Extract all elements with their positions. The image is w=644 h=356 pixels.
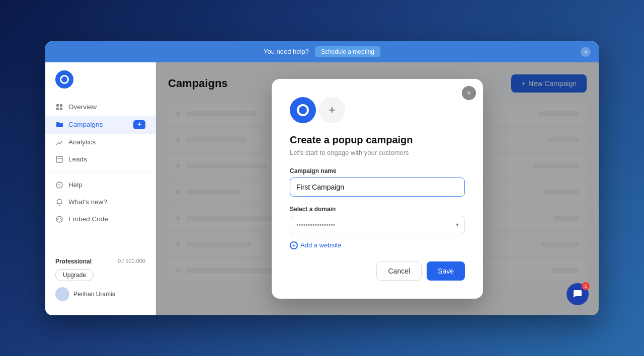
sidebar-label-campaigns: Campaigns <box>68 121 103 128</box>
box-icon <box>55 155 63 163</box>
sidebar-label-help: Help <box>68 181 83 189</box>
chat-bubble[interactable]: 1 <box>567 283 589 305</box>
save-button[interactable]: Save <box>427 261 465 281</box>
plan-info: Professional 0 / 500.000 <box>55 258 145 265</box>
plan-usage: 0 / 500.000 <box>118 258 145 265</box>
sidebar-item-whats-new[interactable]: What's new? <box>45 194 155 211</box>
svg-rect-3 <box>60 108 62 110</box>
sidebar-item-leads[interactable]: Leads <box>45 151 155 168</box>
upgrade-button[interactable]: Upgrade <box>55 269 94 281</box>
sidebar-label-whats-new: What's new? <box>68 198 107 206</box>
sidebar: Overview Campaigns <box>45 62 156 315</box>
sidebar-label-analytics: Analytics <box>68 138 96 146</box>
campaign-name-label: Campaign name <box>290 167 465 174</box>
modal-title: Create a popup campaign <box>290 134 465 146</box>
modal-brand-logo <box>290 97 316 123</box>
create-campaign-modal: × + Create a popup campaign Let's start … <box>272 79 483 299</box>
modal-logo-inner <box>297 104 309 116</box>
divider <box>45 172 155 172</box>
add-website-link[interactable]: + Add a website <box>290 241 465 249</box>
code-icon <box>55 215 63 223</box>
grid-icon <box>55 103 63 111</box>
campaign-name-input[interactable] <box>290 177 465 197</box>
sidebar-label-embed-code: Embed Code <box>68 215 108 223</box>
sidebar-label-leads: Leads <box>68 155 87 163</box>
domain-select-label: Select a domain <box>290 206 465 213</box>
user-name: Perihan Uramis <box>73 291 115 298</box>
add-website-label: Add a website <box>300 241 342 249</box>
modal-actions: Cancel Save <box>290 261 465 281</box>
logo <box>45 70 155 99</box>
svg-rect-1 <box>60 104 62 107</box>
folder-icon <box>55 121 63 129</box>
svg-rect-5 <box>56 156 62 162</box>
domain-select[interactable]: ••••••••••••••••• <box>290 216 465 234</box>
banner-close-button[interactable]: × <box>581 47 591 57</box>
help-banner: You need help? Schedule a meeting × <box>45 41 599 62</box>
user-bar: Perihan Uramis <box>55 287 145 301</box>
sidebar-item-campaigns[interactable]: Campaigns <box>45 116 155 134</box>
bell-icon <box>55 198 63 206</box>
modal-plus-circle: + <box>319 97 345 123</box>
svg-rect-2 <box>56 108 59 110</box>
domain-select-wrapper: ••••••••••••••••• ▾ <box>290 216 465 234</box>
sidebar-bottom: Professional 0 / 500.000 Upgrade Perihan… <box>45 252 155 307</box>
modal-close-button[interactable]: × <box>462 86 476 100</box>
logo-circle <box>55 70 73 88</box>
sidebar-item-help[interactable]: ? Help <box>45 176 155 194</box>
help-icon: ? <box>55 181 63 189</box>
main-layout: Overview Campaigns <box>45 62 599 315</box>
logo-inner <box>60 75 69 84</box>
avatar <box>55 287 69 301</box>
modal-subtitle: Let's start to engage with your customer… <box>290 149 465 156</box>
modal-icon-row: + <box>290 97 465 123</box>
svg-text:?: ? <box>58 183 60 188</box>
svg-rect-0 <box>56 104 59 107</box>
sidebar-item-overview[interactable]: Overview <box>45 99 155 116</box>
chat-badge: 1 <box>582 282 590 290</box>
modal-overlay: × + Create a popup campaign Let's start … <box>156 62 599 315</box>
banner-text: You need help? <box>264 48 309 55</box>
chart-icon <box>55 138 63 146</box>
campaigns-badge <box>133 120 145 129</box>
sidebar-item-analytics[interactable]: Analytics <box>45 134 155 151</box>
sidebar-item-embed-code[interactable]: Embed Code <box>45 211 155 228</box>
schedule-meeting-button[interactable]: Schedule a meeting <box>315 46 380 57</box>
plan-name: Professional <box>55 258 92 265</box>
content-area: Campaigns + New Campaign <box>156 62 599 315</box>
sidebar-label-overview: Overview <box>68 103 97 111</box>
modal-plus-icon: + <box>329 104 336 117</box>
cancel-button[interactable]: Cancel <box>376 261 422 281</box>
app-window: You need help? Schedule a meeting × <box>45 41 599 315</box>
plus-circle-icon: + <box>290 241 298 249</box>
